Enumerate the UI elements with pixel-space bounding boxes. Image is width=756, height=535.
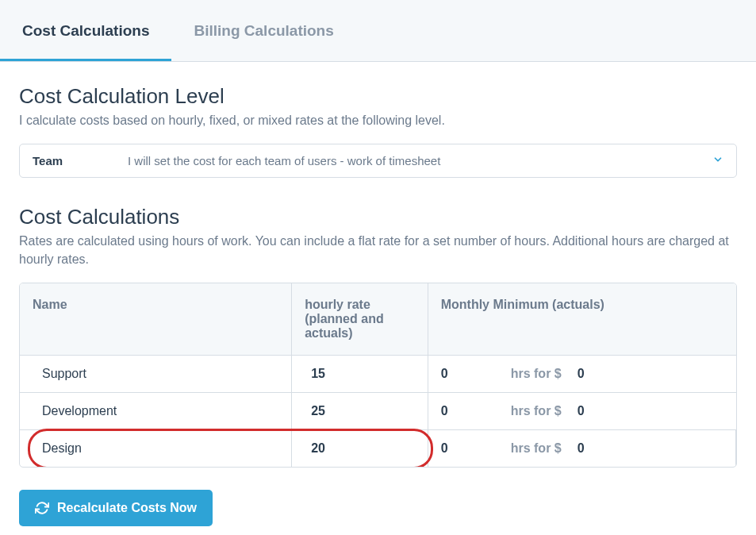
min-hours-value: 0 — [441, 441, 455, 456]
level-select-value: Team — [33, 154, 128, 167]
hrs-for-label: hrs for $ — [511, 404, 562, 418]
table-row[interactable]: Development250hrs for $0 — [20, 393, 736, 430]
header-min: Monthly Minimum (actuals) — [428, 283, 736, 355]
level-desc: I calculate costs based on hourly, fixed… — [19, 112, 737, 129]
tab-billing-calculations[interactable]: Billing Calculations — [171, 0, 355, 61]
content-panel: Cost Calculation Level I calculate costs… — [0, 62, 756, 535]
table-header: Name hourly rate (planned and actuals) M… — [20, 283, 736, 356]
cell-rate[interactable]: 25 — [292, 393, 428, 429]
cell-monthly-min[interactable]: 0hrs for $0 — [428, 356, 736, 392]
table-row[interactable]: Design200hrs for $0 — [20, 430, 736, 467]
table-body: Support150hrs for $0Development250hrs fo… — [20, 356, 736, 467]
rates-table: Name hourly rate (planned and actuals) M… — [19, 283, 737, 468]
table-row[interactable]: Support150hrs for $0 — [20, 356, 736, 393]
cell-monthly-min[interactable]: 0hrs for $0 — [428, 430, 736, 467]
cell-monthly-min[interactable]: 0hrs for $0 — [428, 393, 736, 429]
level-select[interactable]: Team I will set the cost for each team o… — [19, 144, 737, 178]
recalculate-button[interactable]: Recalculate Costs Now — [19, 490, 213, 526]
recalculate-button-label: Recalculate Costs Now — [57, 501, 197, 515]
level-select-desc: I will set the cost for each team of use… — [128, 154, 712, 167]
tab-cost-calculations[interactable]: Cost Calculations — [0, 0, 171, 61]
min-hours-value: 0 — [441, 367, 455, 381]
header-rate: hourly rate (planned and actuals) — [292, 283, 428, 355]
min-amount-value: 0 — [578, 367, 585, 381]
cell-name: Support — [20, 356, 292, 392]
header-name: Name — [20, 283, 292, 355]
tabs-bar: Cost Calculations Billing Calculations — [0, 0, 756, 62]
hrs-for-label: hrs for $ — [511, 367, 562, 381]
calc-desc: Rates are calculated using hours of work… — [19, 233, 737, 268]
level-title: Cost Calculation Level — [19, 84, 737, 109]
calc-title: Cost Calculations — [19, 205, 737, 229]
cell-rate[interactable]: 20 — [292, 430, 428, 467]
hrs-for-label: hrs for $ — [511, 441, 562, 456]
cell-name: Development — [20, 393, 292, 429]
min-amount-value: 0 — [578, 441, 585, 456]
min-hours-value: 0 — [441, 404, 455, 418]
chevron-down-icon — [712, 154, 723, 167]
cell-name: Design — [20, 430, 292, 467]
min-amount-value: 0 — [578, 404, 585, 418]
refresh-icon — [35, 501, 49, 515]
cell-rate[interactable]: 15 — [292, 356, 428, 392]
